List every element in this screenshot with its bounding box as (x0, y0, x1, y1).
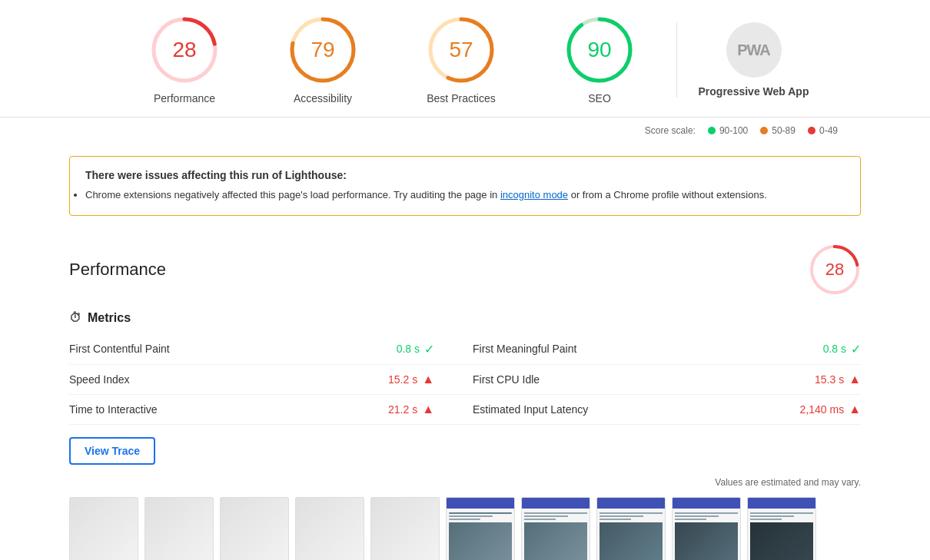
metric-icon-fcp: ✓ (424, 342, 434, 356)
best-practices-score: 57 (449, 38, 473, 62)
score-performance[interactable]: 28 Performance (115, 15, 254, 104)
section-score-number: 28 (825, 260, 844, 280)
performance-label: Performance (154, 92, 215, 104)
metrics-title: Metrics (88, 311, 131, 325)
incognito-link[interactable]: incognito mode (500, 189, 568, 200)
filmstrip-frame-8 (596, 497, 666, 561)
metric-name-fci: First CPU Idle (473, 373, 540, 386)
pwa-badge-text: PWA (737, 41, 770, 59)
scale-red-label: 0-49 (819, 125, 838, 136)
metric-value-tti: 21.2 s ▲ (388, 403, 434, 416)
accessibility-circle: 79 (288, 15, 357, 84)
scale-orange-dot (760, 127, 768, 134)
estimated-note: Values are estimated and may vary. (69, 477, 861, 488)
best-practices-circle: 57 (427, 15, 496, 84)
metric-row-fmp: First Meaningful Paint 0.8 s ✓ (465, 334, 861, 365)
section-title: Performance (69, 260, 166, 280)
metric-name-fcp: First Contentful Paint (69, 343, 170, 355)
filmstrip-frame-3 (220, 497, 289, 561)
metric-name-fmp: First Meaningful Paint (473, 343, 576, 355)
metric-row-tti: Time to Interactive 21.2 s ▲ (69, 395, 465, 425)
performance-score: 28 (172, 38, 196, 62)
warning-box: There were issues affecting this run of … (69, 156, 861, 216)
filmstrip-frame-2 (144, 497, 214, 561)
warning-body: Chrome extensions negatively affected th… (85, 187, 845, 203)
metric-icon-eil: ▲ (849, 403, 861, 416)
scale-green-dot (708, 127, 716, 134)
pwa-label: Progressive Web App (699, 85, 809, 98)
scale-red: 0-49 (808, 125, 838, 136)
seo-score: 90 (587, 38, 611, 62)
metric-row-eil: Estimated Input Latency 2,140 ms ▲ (465, 395, 861, 425)
filmstrip-frame-5 (370, 497, 440, 561)
filmstrip-frame-7 (521, 497, 590, 561)
scale-red-dot (808, 127, 815, 134)
metric-name-tti: Time to Interactive (69, 403, 158, 416)
main-content: Performance 28 ⏱ Metrics First Contentfu… (0, 228, 930, 561)
metric-name-eil: Estimated Input Latency (473, 403, 588, 416)
filmstrip (69, 497, 861, 561)
metric-value-fcp: 0.8 s ✓ (397, 342, 434, 356)
scale-orange-label: 50-89 (772, 125, 795, 136)
metric-name-si: Speed Index (69, 373, 130, 386)
performance-circle: 28 (150, 15, 219, 84)
metric-icon-fmp: ✓ (851, 342, 861, 356)
score-best-practices[interactable]: 57 Best Practices (392, 15, 530, 104)
metrics-header: ⏱ Metrics (69, 311, 861, 325)
score-seo[interactable]: 90 SEO (530, 15, 669, 104)
scale-green-label: 90-100 (719, 125, 748, 136)
accessibility-score: 79 (311, 38, 334, 62)
filmstrip-frame-10 (747, 497, 816, 561)
section-header: Performance 28 (69, 244, 861, 296)
seo-label: SEO (588, 92, 611, 104)
metric-icon-fci: ▲ (849, 373, 861, 386)
stopwatch-icon: ⏱ (69, 311, 81, 325)
scale-orange: 50-89 (760, 125, 795, 136)
accessibility-label: Accessibility (294, 92, 352, 104)
scores-row: 28 Performance 79 Accessibility 57 Best … (0, 0, 930, 118)
score-scale: Score scale: 90-100 50-89 0-49 (0, 118, 930, 144)
filmstrip-frame-4 (295, 497, 364, 561)
score-accessibility[interactable]: 79 Accessibility (254, 15, 392, 104)
metric-value-fmp: 0.8 s ✓ (823, 342, 861, 356)
metric-value-fci: 15.3 s ▲ (815, 373, 861, 386)
score-pwa[interactable]: PWA Progressive Web App (676, 22, 815, 98)
filmstrip-frame-9 (672, 497, 741, 561)
metrics-grid: First Contentful Paint 0.8 s ✓ First Mea… (69, 334, 861, 425)
metrics-section: ⏱ Metrics First Contentful Paint 0.8 s ✓… (69, 311, 861, 561)
best-practices-label: Best Practices (427, 92, 495, 104)
metric-value-eil: 2,140 ms ▲ (800, 403, 861, 416)
seo-circle: 90 (565, 15, 634, 84)
metric-row-si: Speed Index 15.2 s ▲ (69, 365, 465, 395)
scale-green: 90-100 (708, 125, 748, 136)
view-trace-button[interactable]: View Trace (69, 437, 155, 465)
scale-label: Score scale: (645, 125, 696, 136)
section-score-circle: 28 (809, 244, 861, 296)
filmstrip-frame-6 (446, 497, 515, 561)
pwa-badge: PWA (726, 22, 782, 78)
metric-row-fci: First CPU Idle 15.3 s ▲ (465, 365, 861, 395)
metric-value-si: 15.2 s ▲ (388, 373, 434, 386)
filmstrip-frame-1 (69, 497, 138, 561)
metric-row-fcp: First Contentful Paint 0.8 s ✓ (69, 334, 465, 365)
warning-title: There were issues affecting this run of … (85, 169, 845, 181)
metric-icon-tti: ▲ (422, 403, 434, 416)
metric-icon-si: ▲ (422, 373, 434, 386)
